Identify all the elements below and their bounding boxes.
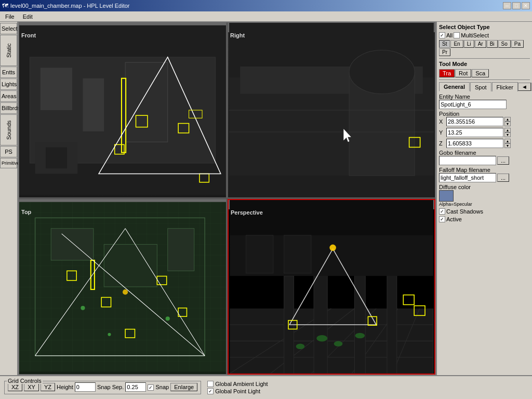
pos-y-up[interactable]: ▲ [504,128,511,132]
obj-type-li[interactable]: Li [464,40,474,48]
gobo-filename-label: Gobo filename [439,150,530,156]
viewports: View Front [18,22,436,375]
snap-sep-input[interactable] [125,382,146,392]
obj-type-bi[interactable]: Bi [487,40,498,48]
viewport-right-sublabel: Right [230,32,245,38]
height-input[interactable] [75,382,96,392]
title-bar-controls[interactable]: ─ □ ✕ [503,2,530,9]
tab-flicker[interactable]: Flicker [492,82,518,91]
all-checkbox[interactable] [439,32,445,38]
active-label: Active [446,216,462,222]
viewport-front[interactable]: View Front [19,22,227,198]
global-ambient-checkbox[interactable] [207,381,214,387]
minimize-button[interactable]: ─ [503,2,511,9]
global-point-row: Global Point Light [207,388,268,394]
sidebar-item-billbrds[interactable]: Billbrds [0,102,17,114]
snap-checkbox[interactable] [148,384,154,391]
pos-y-down[interactable]: ▼ [504,132,511,137]
maximize-button[interactable]: □ [512,2,521,9]
entity-name-label: Entity Name [439,94,530,100]
falloff-map-input[interactable] [439,173,496,182]
tab-general[interactable]: General [439,82,470,91]
active-checkbox[interactable] [439,216,445,222]
pos-x-input[interactable] [446,117,503,126]
cast-shadows-label: Cast Shadows [446,208,483,215]
tool-scale[interactable]: Sca [472,69,489,77]
pos-x-down[interactable]: ▼ [504,122,511,126]
svg-point-40 [81,306,85,310]
svg-rect-27 [104,244,157,287]
obj-type-pa[interactable]: Pa [511,40,524,48]
viewport-right[interactable]: View Right [228,22,435,198]
pos-x-up[interactable]: ▲ [504,117,511,122]
viewport-perspective-sublabel: Perspective [231,209,263,216]
axis-xy-button[interactable]: XY [24,383,39,391]
viewport-top[interactable]: View Top [19,199,227,375]
pos-z-up[interactable]: ▲ [504,139,511,143]
svg-rect-73 [246,235,273,273]
bottom-bar: Grid Controls XZ XY YZ Height Snap Sep. … [0,375,532,399]
svg-point-68 [334,341,343,346]
svg-point-39 [123,289,128,295]
pos-y-input[interactable] [446,128,503,137]
entity-name-input[interactable] [439,100,507,109]
nav-prev-button[interactable]: ◄ [518,83,531,91]
global-point-checkbox[interactable] [207,388,214,394]
menu-edit[interactable]: Edit [19,12,37,21]
sidebar-item-primitives[interactable]: Primitives [0,158,17,168]
gobo-filename-row: ... [439,156,530,165]
sidebar-item-ps[interactable]: PS [0,146,17,157]
enlarge-button[interactable]: Enlarge [170,383,197,391]
global-lights-row: Global Ambient Light Global Point Light [207,381,268,394]
sidebar-item-select[interactable]: Select [0,23,17,34]
menu-file[interactable]: File [1,12,19,21]
title-bar: 🗺 level00_main_chamber.map - HPL Level E… [0,0,532,11]
cast-shadows-checkbox[interactable] [439,208,445,215]
axis-yz-button[interactable]: YZ [41,383,55,391]
svg-rect-4 [125,62,168,142]
viewport-front-sublabel: Front [21,32,36,38]
tool-mode-label: Tool Mode [439,61,530,67]
global-ambient-label: Global Ambient Light [215,381,268,387]
obj-type-so[interactable]: So [498,40,511,48]
obj-type-st[interactable]: St [439,40,450,48]
height-label: Height [57,384,73,390]
pos-z-spinner[interactable]: ▲ ▼ [504,139,511,148]
app-icon: 🗺 [2,2,8,9]
obj-type-row: St En Li Ar Bi So Pa Pr [439,40,530,56]
viewport-front-scene [19,23,226,197]
tool-translate[interactable]: Tra [439,69,455,77]
axis-xz-button[interactable]: XZ [8,383,22,391]
close-button[interactable]: ✕ [522,2,530,9]
obj-type-ar[interactable]: Ar [475,40,486,48]
obj-type-pr[interactable]: Pr [439,48,450,56]
pos-y-spinner[interactable]: ▲ ▼ [504,128,511,137]
svg-point-70 [355,333,365,338]
sidebar-item-areas[interactable]: Areas [0,90,17,102]
sidebar-item-sounds[interactable]: Sounds [0,114,17,145]
diffuse-color-swatch[interactable] [439,190,454,202]
sidebar-item-entts[interactable]: Entts [0,66,17,78]
pos-z-down[interactable]: ▼ [504,143,511,148]
viewport-perspective[interactable]: View Perspective [228,199,435,375]
tool-mode-group: Tra Rot Sca [439,69,530,77]
tool-rotate[interactable]: Rot [455,69,471,77]
svg-rect-56 [354,265,365,374]
pos-x-spinner[interactable]: ▲ ▼ [504,117,511,126]
gobo-browse-button[interactable]: ... [497,156,509,165]
pos-z-input[interactable] [446,139,503,148]
sidebar-item-static[interactable]: Static [0,35,17,66]
svg-rect-28 [168,229,194,271]
tab-spot[interactable]: Spot [470,82,491,91]
gobo-filename-input[interactable] [439,156,496,165]
falloff-map-label: Falloff Map filename [439,167,530,173]
falloff-browse-button[interactable]: ... [497,174,509,182]
viewport-right-scene [228,23,435,197]
obj-type-en[interactable]: En [450,40,463,48]
svg-point-62 [329,245,336,251]
pos-y-row: Y ▲ ▼ [439,128,530,137]
sidebar-item-lights[interactable]: Lights [0,78,17,90]
svg-point-18 [349,50,415,94]
multiselect-checkbox[interactable] [454,32,460,38]
viewport-top-scene [19,200,226,374]
